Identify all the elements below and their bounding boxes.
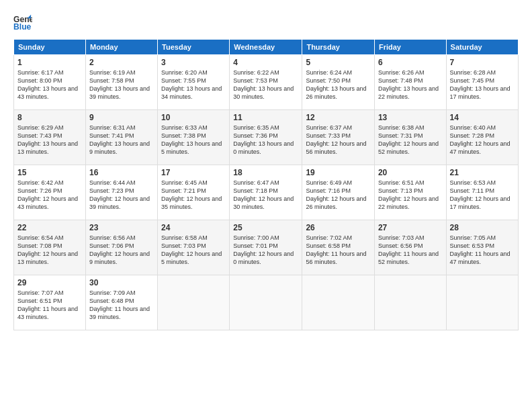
day-info: Sunrise: 6:54 AMSunset: 7:08 PMDaylight:… [17,234,82,267]
calendar-cell: 20 Sunrise: 6:51 AMSunset: 7:13 PMDaylig… [374,165,446,220]
day-number: 10 [161,113,226,122]
day-number: 8 [17,113,82,122]
day-info: Sunrise: 6:45 AMSunset: 7:21 PMDaylight:… [161,179,226,212]
calendar-cell [446,275,518,330]
calendar-cell: 24 Sunrise: 6:58 AMSunset: 7:03 PMDaylig… [158,220,230,275]
calendar-cell: 5 Sunrise: 6:24 AMSunset: 7:50 PMDayligh… [302,55,375,110]
day-number: 13 [378,113,443,122]
day-info: Sunrise: 6:37 AMSunset: 7:33 PMDaylight:… [306,124,371,156]
calendar-cell: 17 Sunrise: 6:45 AMSunset: 7:21 PMDaylig… [158,165,230,220]
day-number: 19 [306,168,371,177]
day-number: 20 [378,168,443,177]
day-number: 4 [233,58,298,67]
day-info: Sunrise: 7:07 AMSunset: 6:51 PMDaylight:… [17,289,82,322]
calendar-header-row: Sunday Monday Tuesday Wednesday Thursday… [14,40,519,55]
calendar-cell [230,275,302,330]
calendar-cell: 13 Sunrise: 6:38 AMSunset: 7:31 PMDaylig… [374,110,446,165]
day-info: Sunrise: 6:58 AMSunset: 7:03 PMDaylight:… [161,234,226,267]
day-info: Sunrise: 6:49 AMSunset: 7:16 PMDaylight:… [306,179,371,212]
svg-text:Blue: Blue [13,22,32,32]
calendar-table: Sunday Monday Tuesday Wednesday Thursday… [13,39,519,330]
calendar-cell: 3 Sunrise: 6:20 AMSunset: 7:55 PMDayligh… [158,55,230,110]
day-number: 25 [233,223,298,232]
day-info: Sunrise: 7:05 AMSunset: 6:53 PMDaylight:… [450,234,515,267]
day-number: 26 [306,223,371,232]
day-number: 17 [161,168,226,177]
day-info: Sunrise: 7:03 AMSunset: 6:56 PMDaylight:… [378,234,443,267]
logo: General Blue [13,13,35,32]
logo-icon: General Blue [13,13,32,32]
calendar-cell: 8 Sunrise: 6:29 AMSunset: 7:43 PMDayligh… [14,110,86,165]
day-number: 11 [233,113,298,122]
day-number: 29 [17,278,82,287]
day-info: Sunrise: 6:44 AMSunset: 7:23 PMDaylight:… [89,179,154,212]
calendar-cell: 14 Sunrise: 6:40 AMSunset: 7:28 PMDaylig… [446,110,518,165]
calendar-cell: 18 Sunrise: 6:47 AMSunset: 7:18 PMDaylig… [230,165,302,220]
day-info: Sunrise: 6:20 AMSunset: 7:55 PMDaylight:… [161,68,226,101]
calendar-cell: 6 Sunrise: 6:26 AMSunset: 7:48 PMDayligh… [374,55,446,110]
calendar-cell: 1 Sunrise: 6:17 AMSunset: 8:00 PMDayligh… [14,55,86,110]
day-info: Sunrise: 7:02 AMSunset: 6:58 PMDaylight:… [306,234,371,267]
day-number: 18 [233,168,298,177]
day-info: Sunrise: 6:31 AMSunset: 7:41 PMDaylight:… [89,124,154,156]
calendar-cell [302,275,375,330]
calendar-cell [158,275,230,330]
calendar-cell [374,275,446,330]
calendar-cell: 16 Sunrise: 6:44 AMSunset: 7:23 PMDaylig… [86,165,158,220]
header-wednesday: Wednesday [230,40,302,55]
calendar-week-row: 22 Sunrise: 6:54 AMSunset: 7:08 PMDaylig… [14,220,519,275]
calendar-cell: 12 Sunrise: 6:37 AMSunset: 7:33 PMDaylig… [302,110,375,165]
day-number: 27 [378,223,443,232]
calendar-week-row: 8 Sunrise: 6:29 AMSunset: 7:43 PMDayligh… [14,110,519,165]
day-number: 16 [89,168,154,177]
calendar-cell: 25 Sunrise: 7:00 AMSunset: 7:01 PMDaylig… [230,220,302,275]
day-info: Sunrise: 6:22 AMSunset: 7:53 PMDaylight:… [233,68,298,101]
header-thursday: Thursday [302,40,375,55]
calendar-cell: 2 Sunrise: 6:19 AMSunset: 7:58 PMDayligh… [86,55,158,110]
calendar-cell: 10 Sunrise: 6:33 AMSunset: 7:38 PMDaylig… [158,110,230,165]
day-info: Sunrise: 6:29 AMSunset: 7:43 PMDaylight:… [17,124,82,156]
calendar-cell: 23 Sunrise: 6:56 AMSunset: 7:06 PMDaylig… [86,220,158,275]
calendar-cell: 7 Sunrise: 6:28 AMSunset: 7:45 PMDayligh… [446,55,518,110]
header-tuesday: Tuesday [158,40,230,55]
day-number: 6 [378,58,443,67]
page-header: General Blue [13,13,519,32]
day-number: 1 [17,58,82,67]
calendar-cell: 29 Sunrise: 7:07 AMSunset: 6:51 PMDaylig… [14,275,86,330]
calendar-cell: 28 Sunrise: 7:05 AMSunset: 6:53 PMDaylig… [446,220,518,275]
day-number: 23 [89,223,154,232]
day-info: Sunrise: 7:09 AMSunset: 6:48 PMDaylight:… [89,289,154,322]
day-number: 5 [306,58,371,67]
day-info: Sunrise: 6:38 AMSunset: 7:31 PMDaylight:… [378,124,443,156]
calendar-cell: 30 Sunrise: 7:09 AMSunset: 6:48 PMDaylig… [86,275,158,330]
day-info: Sunrise: 6:24 AMSunset: 7:50 PMDaylight:… [306,68,371,101]
header-friday: Friday [374,40,446,55]
day-info: Sunrise: 6:35 AMSunset: 7:36 PMDaylight:… [233,124,298,156]
day-info: Sunrise: 6:26 AMSunset: 7:48 PMDaylight:… [378,68,443,101]
day-info: Sunrise: 6:47 AMSunset: 7:18 PMDaylight:… [233,179,298,212]
day-number: 12 [306,113,371,122]
header-monday: Monday [86,40,158,55]
day-info: Sunrise: 6:51 AMSunset: 7:13 PMDaylight:… [378,179,443,212]
day-number: 14 [450,113,515,122]
calendar-cell: 9 Sunrise: 6:31 AMSunset: 7:41 PMDayligh… [86,110,158,165]
day-info: Sunrise: 6:17 AMSunset: 8:00 PMDaylight:… [17,68,82,101]
day-info: Sunrise: 6:56 AMSunset: 7:06 PMDaylight:… [89,234,154,267]
calendar-cell: 21 Sunrise: 6:53 AMSunset: 7:11 PMDaylig… [446,165,518,220]
day-number: 30 [89,278,154,287]
calendar-cell: 26 Sunrise: 7:02 AMSunset: 6:58 PMDaylig… [302,220,375,275]
day-number: 22 [17,223,82,232]
day-number: 24 [161,223,226,232]
day-number: 7 [450,58,515,67]
day-number: 3 [161,58,226,67]
day-number: 28 [450,223,515,232]
day-info: Sunrise: 6:53 AMSunset: 7:11 PMDaylight:… [450,179,515,212]
day-info: Sunrise: 6:40 AMSunset: 7:28 PMDaylight:… [450,124,515,156]
calendar-cell: 15 Sunrise: 6:42 AMSunset: 7:26 PMDaylig… [14,165,86,220]
calendar-cell: 11 Sunrise: 6:35 AMSunset: 7:36 PMDaylig… [230,110,302,165]
day-info: Sunrise: 7:00 AMSunset: 7:01 PMDaylight:… [233,234,298,267]
day-number: 2 [89,58,154,67]
header-sunday: Sunday [14,40,86,55]
day-info: Sunrise: 6:19 AMSunset: 7:58 PMDaylight:… [89,68,154,101]
day-number: 21 [450,168,515,177]
